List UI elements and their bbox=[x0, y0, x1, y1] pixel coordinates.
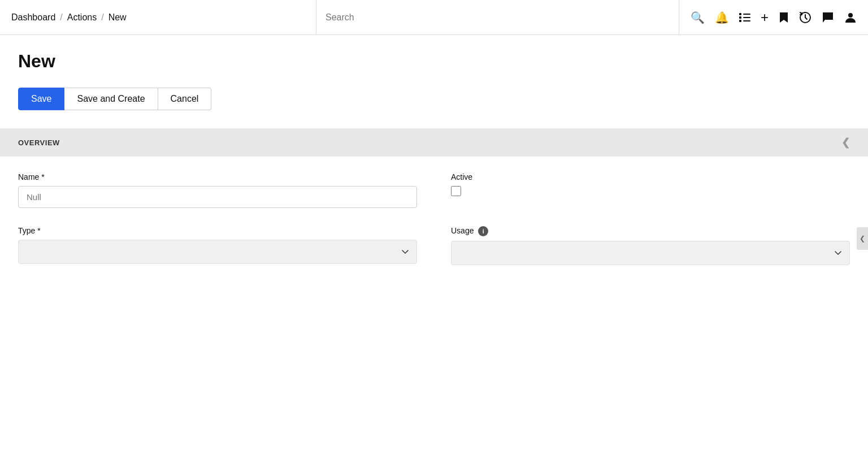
breadcrumb-sep1: / bbox=[60, 12, 62, 23]
breadcrumb-dashboard[interactable]: Dashboard bbox=[11, 12, 55, 23]
usage-field-group: Usage i bbox=[451, 226, 850, 265]
action-buttons: Save Save and Create Cancel bbox=[18, 88, 850, 110]
search-area[interactable] bbox=[316, 0, 679, 34]
top-nav: Dashboard / Actions / New 🔍 🔔 + bbox=[0, 0, 868, 35]
save-and-create-button[interactable]: Save and Create bbox=[64, 88, 158, 110]
active-label: Active bbox=[451, 172, 850, 181]
name-field-group: Name * bbox=[18, 172, 417, 208]
svg-point-7 bbox=[848, 13, 853, 18]
overview-body: Name * Active Type * Us bbox=[0, 157, 868, 281]
chat-icon[interactable] bbox=[822, 11, 834, 24]
history-icon[interactable] bbox=[799, 11, 811, 24]
usage-info-icon: i bbox=[478, 226, 488, 236]
search-input[interactable] bbox=[326, 12, 670, 23]
page-title: New bbox=[18, 51, 850, 72]
breadcrumb-sep2: / bbox=[101, 12, 103, 23]
nav-icons: 🔍 🔔 + bbox=[679, 10, 868, 25]
collapse-icon[interactable]: ❮ bbox=[841, 136, 850, 149]
name-input[interactable] bbox=[18, 186, 417, 208]
usage-select[interactable] bbox=[451, 241, 850, 265]
svg-rect-2 bbox=[739, 16, 741, 19]
type-label: Type * bbox=[18, 226, 417, 235]
type-field-group: Type * bbox=[18, 226, 417, 265]
breadcrumb: Dashboard / Actions / New bbox=[11, 12, 127, 23]
right-collapse-handle[interactable]: ❮ bbox=[857, 227, 868, 250]
active-field-group: Active bbox=[451, 172, 850, 208]
usage-label: Usage i bbox=[451, 226, 850, 236]
search-icon[interactable]: 🔍 bbox=[691, 11, 705, 24]
overview-section: OVERVIEW ❮ Name * Active Type * bbox=[0, 128, 868, 281]
breadcrumb-area: Dashboard / Actions / New bbox=[0, 0, 316, 34]
svg-rect-0 bbox=[739, 13, 741, 15]
user-icon[interactable] bbox=[844, 11, 857, 24]
breadcrumb-actions[interactable]: Actions bbox=[67, 12, 97, 23]
cancel-button[interactable]: Cancel bbox=[158, 88, 212, 110]
svg-rect-5 bbox=[743, 20, 750, 21]
active-checkbox[interactable] bbox=[451, 186, 461, 196]
save-button[interactable]: Save bbox=[18, 88, 64, 110]
bell-icon[interactable]: 🔔 bbox=[715, 11, 729, 24]
overview-header: OVERVIEW ❮ bbox=[0, 128, 868, 157]
plus-icon[interactable]: + bbox=[761, 10, 769, 25]
breadcrumb-current: New bbox=[108, 12, 127, 23]
svg-rect-3 bbox=[743, 17, 750, 18]
overview-label: OVERVIEW bbox=[18, 138, 60, 147]
type-select[interactable] bbox=[18, 240, 417, 264]
svg-rect-1 bbox=[743, 14, 750, 15]
svg-rect-4 bbox=[739, 20, 741, 22]
list-icon[interactable] bbox=[739, 13, 750, 22]
bookmark-icon[interactable] bbox=[779, 11, 789, 24]
name-label: Name * bbox=[18, 172, 417, 181]
main-content: New Save Save and Create Cancel OVERVIEW… bbox=[0, 35, 868, 281]
